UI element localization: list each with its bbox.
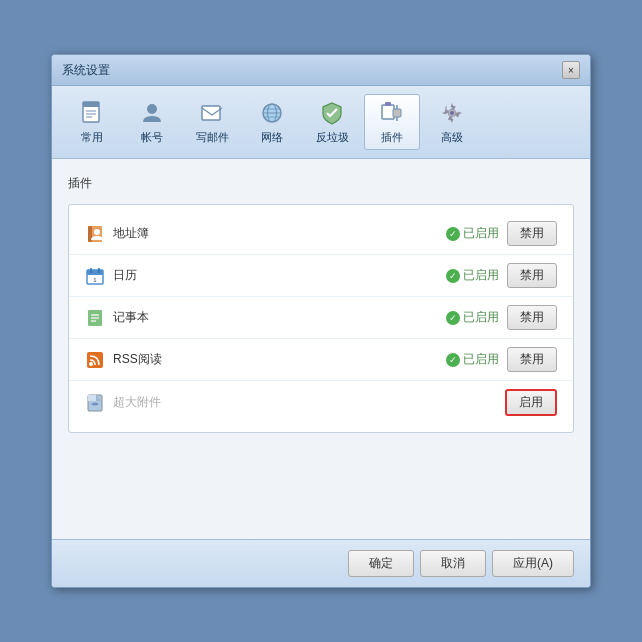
- plugin-name-calendar: 日历: [113, 267, 446, 284]
- plugin-name-rss: RSS阅读: [113, 351, 446, 368]
- tab-account-label: 帐号: [141, 130, 163, 145]
- address-book-icon: [85, 224, 105, 244]
- tab-network-label: 网络: [261, 130, 283, 145]
- tab-compose-label: 写邮件: [196, 130, 229, 145]
- compose-icon: [198, 99, 226, 127]
- confirm-button[interactable]: 确定: [348, 550, 414, 577]
- svg-rect-14: [393, 109, 401, 117]
- settings-window: 系统设置 × 常用 帐号: [51, 54, 591, 588]
- rss-icon: [85, 350, 105, 370]
- status-enabled-icon-2: ✓: [446, 269, 460, 283]
- svg-rect-6: [202, 106, 220, 120]
- person-icon: [138, 99, 166, 127]
- svg-point-34: [89, 362, 93, 366]
- footer: 确定 取消 应用(A): [52, 539, 590, 587]
- tab-antispam[interactable]: 反垃圾: [304, 94, 360, 150]
- toolbar: 常用 帐号 写邮件: [52, 86, 590, 159]
- tab-plugin-label: 插件: [381, 130, 403, 145]
- plugin-status-calendar: ✓ 已启用: [446, 267, 499, 284]
- status-enabled-icon-3: ✓: [446, 311, 460, 325]
- tab-common[interactable]: 常用: [64, 94, 120, 150]
- plugin-status-rss: ✓ 已启用: [446, 351, 499, 368]
- plugin-item-notepad: 记事本 ✓ 已启用 禁用: [69, 297, 573, 339]
- plugin-disable-rss[interactable]: 禁用: [507, 347, 557, 372]
- plugin-enable-large-attachment[interactable]: 启用: [505, 389, 557, 416]
- shield-icon: [318, 99, 346, 127]
- calendar-icon: 1: [85, 266, 105, 286]
- plugin-item-rss: RSS阅读 ✓ 已启用 禁用: [69, 339, 573, 381]
- plugin-icon: [378, 99, 406, 127]
- svg-point-5: [147, 104, 157, 114]
- tab-common-label: 常用: [81, 130, 103, 145]
- large-attachment-icon: [85, 393, 105, 413]
- tab-compose[interactable]: 写邮件: [184, 94, 240, 150]
- apply-button[interactable]: 应用(A): [492, 550, 574, 577]
- globe-icon: [258, 99, 286, 127]
- plugin-name-address-book: 地址簿: [113, 225, 446, 242]
- title-bar: 系统设置 ×: [52, 55, 590, 86]
- plugin-disable-notepad[interactable]: 禁用: [507, 305, 557, 330]
- plugin-disable-address-book[interactable]: 禁用: [507, 221, 557, 246]
- window-title: 系统设置: [62, 62, 110, 79]
- plugin-list: 地址簿 ✓ 已启用 禁用 1 日历: [68, 204, 574, 433]
- svg-rect-1: [83, 102, 99, 107]
- plugin-disable-calendar[interactable]: 禁用: [507, 263, 557, 288]
- plugin-status-notepad: ✓ 已启用: [446, 309, 499, 326]
- gear-icon: [438, 99, 466, 127]
- tab-advanced-label: 高级: [441, 130, 463, 145]
- tab-advanced[interactable]: 高级: [424, 94, 480, 150]
- svg-rect-36: [88, 395, 96, 401]
- status-enabled-icon-4: ✓: [446, 353, 460, 367]
- svg-point-23: [94, 229, 100, 235]
- content-area: 插件 地址簿 ✓ 已启用 禁用: [52, 159, 590, 539]
- plugin-name-large-attachment: 超大附件: [113, 394, 505, 411]
- cancel-button[interactable]: 取消: [420, 550, 486, 577]
- svg-rect-25: [87, 270, 103, 275]
- status-enabled-icon: ✓: [446, 227, 460, 241]
- tab-account[interactable]: 帐号: [124, 94, 180, 150]
- section-title: 插件: [68, 175, 574, 192]
- svg-rect-33: [87, 352, 103, 368]
- svg-rect-12: [382, 105, 394, 119]
- tab-plugin[interactable]: 插件: [364, 94, 420, 150]
- tab-network[interactable]: 网络: [244, 94, 300, 150]
- close-button[interactable]: ×: [562, 61, 580, 79]
- tab-antispam-label: 反垃圾: [316, 130, 349, 145]
- plugin-status-address-book: ✓ 已启用: [446, 225, 499, 242]
- plugin-name-notepad: 记事本: [113, 309, 446, 326]
- svg-point-20: [450, 111, 454, 115]
- notepad-icon: [85, 308, 105, 328]
- plugin-item-large-attachment: 超大附件 启用: [69, 381, 573, 424]
- plugin-item-calendar: 1 日历 ✓ 已启用 禁用: [69, 255, 573, 297]
- svg-rect-13: [385, 102, 391, 106]
- plugin-item-address-book: 地址簿 ✓ 已启用 禁用: [69, 213, 573, 255]
- document-icon: [78, 99, 106, 127]
